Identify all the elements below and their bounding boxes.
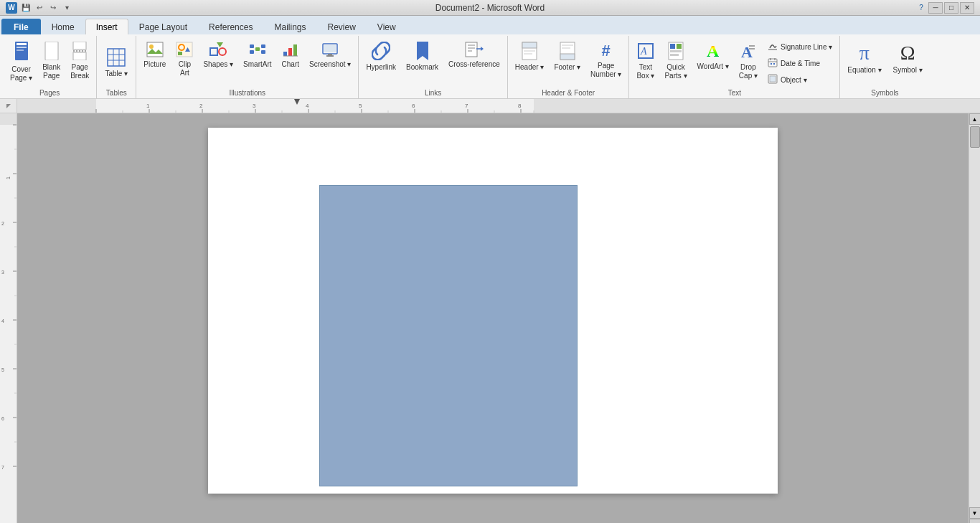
svg-text:8: 8 bbox=[518, 103, 522, 109]
hyperlink-icon bbox=[372, 42, 390, 62]
svg-rect-1 bbox=[17, 43, 27, 45]
page-break-icon bbox=[72, 42, 88, 62]
vertical-ruler: 1 2 3 4 5 6 7 bbox=[0, 113, 17, 523]
object-icon bbox=[768, 74, 778, 85]
table-button[interactable]: Table ▾ bbox=[100, 39, 133, 88]
svg-rect-7 bbox=[73, 52, 86, 60]
object-button[interactable]: Object ▾ bbox=[763, 72, 837, 88]
blank-page-button[interactable]: BlankPage bbox=[38, 39, 65, 83]
scroll-up-button[interactable]: ▲ bbox=[969, 113, 981, 125]
screenshot-button[interactable]: Screenshot ▾ bbox=[305, 39, 355, 72]
chart-icon bbox=[282, 42, 299, 59]
minimize-button[interactable]: ─ bbox=[928, 2, 943, 14]
cover-page-button[interactable]: CoverPage ▾ bbox=[6, 39, 37, 85]
footer-button[interactable]: Footer ▾ bbox=[550, 39, 585, 75]
tables-label: Tables bbox=[100, 88, 133, 98]
document-page bbox=[208, 128, 778, 494]
tab-mailings[interactable]: Mailings bbox=[263, 19, 316, 34]
svg-rect-58 bbox=[768, 59, 777, 67]
svg-rect-18 bbox=[210, 48, 217, 55]
svg-rect-52 bbox=[670, 50, 682, 52]
scroll-prev-page[interactable]: ▲ bbox=[969, 519, 981, 523]
svg-text:2: 2 bbox=[1, 221, 4, 226]
page-break-button[interactable]: PageBreak bbox=[66, 39, 93, 83]
chart-button[interactable]: Chart bbox=[278, 39, 303, 72]
tab-review[interactable]: Review bbox=[316, 19, 366, 34]
equation-icon: π bbox=[859, 42, 870, 65]
text-box-button[interactable]: A TextBox ▾ bbox=[632, 39, 659, 83]
quick-parts-label: QuickParts ▾ bbox=[664, 63, 687, 80]
signature-line-button[interactable]: Signature Line ▾ bbox=[763, 39, 837, 55]
equation-button[interactable]: π Equation ▾ bbox=[843, 39, 885, 77]
screenshot-label: Screenshot ▾ bbox=[309, 60, 351, 69]
scroll-down-button[interactable]: ▼ bbox=[969, 507, 981, 519]
bookmark-button[interactable]: Bookmark bbox=[402, 39, 443, 75]
svg-marker-20 bbox=[217, 42, 223, 47]
header-button[interactable]: Header ▾ bbox=[511, 39, 549, 75]
drop-cap-label: DropCap ▾ bbox=[739, 63, 758, 80]
scroll-thumb[interactable] bbox=[970, 126, 980, 148]
tab-view[interactable]: View bbox=[367, 19, 407, 34]
scroll-track[interactable] bbox=[969, 125, 980, 507]
links-label: Links bbox=[362, 88, 504, 98]
cross-reference-label: Cross-reference bbox=[448, 60, 500, 69]
signature-line-icon bbox=[768, 41, 778, 52]
hyperlink-button[interactable]: Hyperlink bbox=[362, 39, 400, 75]
wordart-icon: A bbox=[707, 42, 719, 61]
svg-text:6: 6 bbox=[1, 416, 4, 421]
svg-text:3: 3 bbox=[1, 270, 4, 275]
shapes-icon bbox=[209, 42, 227, 59]
svg-text:3: 3 bbox=[253, 103, 256, 109]
clip-art-label: ClipArt bbox=[179, 60, 191, 77]
date-time-button[interactable]: Date & Time bbox=[763, 55, 837, 71]
svg-text:7: 7 bbox=[1, 465, 4, 470]
maximize-button[interactable]: □ bbox=[944, 2, 958, 14]
picture-label: Picture bbox=[143, 60, 166, 69]
smartart-icon bbox=[249, 42, 266, 59]
group-illustrations: Picture ClipArt Shapes ▾ bbox=[136, 36, 359, 98]
clip-art-button[interactable]: ClipArt bbox=[171, 39, 197, 80]
smartart-button[interactable]: SmartArt bbox=[239, 39, 275, 72]
text-small-buttons: Signature Line ▾ Date & Time Object ▾ bbox=[763, 39, 837, 88]
tab-insert[interactable]: Insert bbox=[85, 19, 128, 34]
group-text: A TextBox ▾ QuickParts ▾ A WordArt ▾ bbox=[629, 36, 840, 98]
cross-reference-button[interactable]: Cross-reference bbox=[444, 39, 504, 72]
svg-rect-3 bbox=[17, 50, 24, 51]
cross-reference-icon bbox=[465, 42, 484, 59]
tab-home[interactable]: Home bbox=[41, 19, 85, 34]
svg-marker-92 bbox=[294, 99, 300, 105]
save-button[interactable]: 💾 bbox=[20, 2, 32, 14]
quick-access-dropdown[interactable]: ▾ bbox=[61, 2, 72, 14]
window-controls: ? ─ □ ✕ bbox=[915, 2, 974, 14]
tab-file[interactable]: File bbox=[1, 19, 41, 34]
redo-button[interactable]: ↪ bbox=[47, 2, 59, 14]
wordart-button[interactable]: A WordArt ▾ bbox=[693, 39, 733, 74]
table-icon bbox=[107, 48, 126, 68]
blank-page-label: BlankPage bbox=[42, 63, 60, 80]
document-area[interactable] bbox=[17, 113, 969, 523]
vertical-scrollbar[interactable]: ▲ ▼ ▲ ● ▼ bbox=[969, 113, 980, 523]
svg-text:4: 4 bbox=[306, 103, 309, 109]
tab-page-layout[interactable]: Page Layout bbox=[128, 19, 198, 34]
close-button[interactable]: ✕ bbox=[960, 2, 974, 14]
ruler-corner[interactable] bbox=[0, 99, 17, 113]
help-button[interactable]: ? bbox=[915, 2, 927, 14]
drop-cap-button[interactable]: A DropCap ▾ bbox=[735, 39, 762, 83]
group-header-footer: Header ▾ Footer ▾ # PageNumber ▾ Header … bbox=[508, 36, 630, 98]
undo-button[interactable]: ↩ bbox=[34, 2, 45, 14]
quick-parts-button[interactable]: QuickParts ▾ bbox=[660, 39, 691, 83]
ribbon: File Home Insert Page Layout References … bbox=[0, 16, 980, 99]
shapes-button[interactable]: Shapes ▾ bbox=[199, 39, 237, 72]
tab-references[interactable]: References bbox=[198, 19, 263, 34]
page-number-button[interactable]: # PageNumber ▾ bbox=[586, 39, 626, 82]
svg-point-19 bbox=[219, 48, 226, 55]
symbol-button[interactable]: Ω Symbol ▾ bbox=[889, 39, 927, 77]
svg-rect-2 bbox=[17, 47, 27, 48]
smartart-label: SmartArt bbox=[243, 60, 271, 69]
blank-page-icon bbox=[44, 42, 60, 62]
group-links: Hyperlink Bookmark Cross-reference Links bbox=[359, 36, 507, 98]
svg-rect-31 bbox=[324, 45, 336, 52]
group-tables: Table ▾ Tables bbox=[97, 36, 136, 98]
horizontal-ruler: 1 2 3 4 5 6 bbox=[17, 99, 980, 113]
picture-button[interactable]: Picture bbox=[139, 39, 170, 72]
